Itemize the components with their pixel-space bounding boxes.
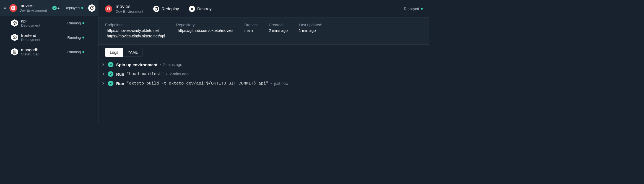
main-title: movies [116, 4, 143, 9]
log-cmd: Run [116, 81, 124, 86]
log-cmd: Run [116, 72, 124, 76]
env-subtitle: Dev Environment [19, 8, 50, 12]
log-args: "Load manifest" [126, 72, 164, 76]
check-icon [52, 6, 57, 10]
created-value: 2 mins ago [269, 28, 288, 33]
env-title: movies [19, 3, 50, 8]
cube-icon [11, 34, 18, 41]
component-type: Deployment [21, 38, 65, 42]
log-item[interactable]: Spin up environment 2 mins ago [101, 61, 427, 68]
check-icon [108, 62, 113, 67]
component-status: Running [67, 35, 84, 40]
status-dot-icon [421, 8, 423, 10]
refresh-button[interactable] [88, 4, 95, 12]
env-badge: 4 [52, 6, 59, 10]
chevron-right-icon[interactable] [101, 63, 105, 66]
log-cmd: Spin up environment [116, 62, 157, 67]
info-row: Endpoints: https://movies-cindy.okteto.n… [98, 17, 429, 45]
log-args: "okteto build -t okteto.dev/api:${OKTETO… [126, 81, 268, 86]
main-subtitle: Dev Environment [116, 9, 143, 14]
separator-dot-icon [166, 73, 167, 75]
created-label: Created: [269, 23, 288, 27]
close-icon [189, 6, 195, 12]
component-name: api [21, 19, 65, 23]
tabs: Logs YAML [98, 45, 429, 57]
env-header[interactable]: movies Dev Environment 4 Deployed [0, 0, 98, 16]
tab-logs[interactable]: Logs [105, 48, 123, 57]
endpoint-link[interactable]: https://movies-cindy.okteto.net [105, 28, 165, 33]
separator-dot-icon [271, 83, 272, 84]
main-panel: movies Dev Environment Redeploy Destroy … [98, 0, 429, 123]
branch-label: Branch: [244, 23, 258, 27]
database-icon [11, 48, 18, 55]
component-type: StatefulSet [21, 52, 65, 56]
cube-icon [11, 19, 18, 27]
check-icon [108, 71, 113, 77]
branch-value: main [244, 28, 258, 33]
component-item-api[interactable]: api Deployment Running [0, 16, 98, 30]
movies-app-icon [9, 4, 17, 12]
destroy-button[interactable]: Destroy [189, 6, 212, 12]
updated-value: 1 min ago [299, 28, 322, 33]
log-item[interactable]: Run "Load manifest" 2 mins ago [101, 71, 427, 77]
separator-dot-icon [160, 64, 161, 65]
component-type: Deployment [21, 23, 65, 27]
main-status: Deployed [404, 7, 423, 11]
status-dot-icon [82, 37, 84, 39]
chevron-right-icon[interactable] [101, 73, 105, 75]
badge-count: 4 [58, 6, 59, 10]
component-name: frontend [21, 33, 65, 38]
log-item[interactable]: Run "okteto build -t okteto.dev/api:${OK… [101, 80, 427, 87]
endpoints-label: Endpoints: [105, 23, 165, 27]
log-time: 2 mins ago [170, 72, 188, 76]
repository-label: Repository: [176, 23, 233, 27]
log-time: 2 mins ago [163, 62, 182, 67]
chevron-right-icon[interactable] [101, 82, 105, 85]
endpoint-link[interactable]: https://movies-cindy.okteto.net/api [105, 34, 165, 38]
chevron-down-icon[interactable] [3, 6, 7, 10]
redeploy-button[interactable]: Redeploy [153, 6, 179, 12]
status-dot-icon [82, 22, 84, 24]
env-status: Deployed [64, 6, 83, 10]
movies-app-icon [105, 5, 112, 12]
status-dot-icon [82, 51, 84, 53]
logs-area: Spin up environment 2 mins ago Run "Load… [98, 57, 429, 91]
component-status: Running [67, 21, 84, 25]
tab-yaml[interactable]: YAML [123, 48, 142, 57]
check-icon [108, 81, 113, 86]
status-dot-icon [81, 7, 83, 9]
env-title-block: movies Dev Environment [19, 3, 50, 12]
sidebar: movies Dev Environment 4 Deployed api De… [0, 0, 98, 123]
component-name: mongodb [21, 47, 65, 52]
component-item-mongodb[interactable]: mongodb StatefulSet Running [0, 45, 98, 59]
log-time: just now [274, 81, 288, 86]
component-item-frontend[interactable]: frontend Deployment Running [0, 30, 98, 45]
refresh-icon [153, 6, 159, 12]
repository-link[interactable]: https://github.com/okteto/movies [176, 28, 233, 33]
component-status: Running [67, 50, 84, 54]
updated-label: Last updated: [299, 23, 322, 27]
svg-point-0 [13, 50, 16, 51]
main-header: movies Dev Environment Redeploy Destroy … [98, 0, 429, 17]
